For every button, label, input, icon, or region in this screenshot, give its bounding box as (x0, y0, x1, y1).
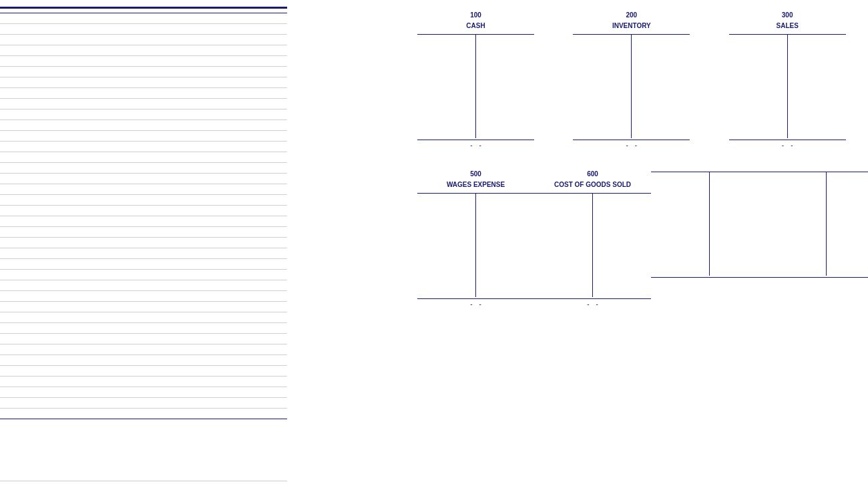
table-row (0, 206, 287, 216)
t-accounts-row1: 100CASH--200INVENTORY--300SALES--400WAGE… (300, 10, 868, 149)
t-totals: -- (729, 140, 846, 149)
table-row (0, 109, 287, 120)
t-account-header: 100CASH (466, 10, 485, 31)
table-row (0, 334, 287, 344)
col-gl (0, 9, 28, 13)
table-row (0, 409, 287, 419)
t-account-header: 600COST OF GOODS SOLD (554, 169, 631, 190)
table-row (0, 344, 287, 355)
table-row (0, 45, 287, 56)
table-row (0, 238, 287, 248)
t-debit-total: - (573, 140, 632, 149)
t-credit-total (827, 277, 869, 279)
t-account: 100CASH-- (417, 10, 534, 149)
t-debit-total: - (729, 140, 788, 149)
table-row (0, 56, 287, 67)
t-debit-total: - (417, 298, 476, 308)
table-row (0, 312, 287, 323)
t-totals: -- (534, 298, 651, 308)
t-shape (417, 34, 534, 138)
t-account-gl-desc: INVENTORY (612, 21, 651, 31)
t-debit-side (768, 172, 827, 276)
t-account-header: 500WAGES EXPENSE (447, 169, 505, 190)
table-row (0, 152, 287, 163)
table-row (0, 13, 287, 24)
table-row (0, 67, 287, 77)
t-debit-side (573, 35, 632, 138)
table-row (0, 398, 287, 409)
t-credit-side (788, 35, 846, 138)
table-row (0, 377, 287, 387)
col-reference (224, 9, 287, 13)
table-row (0, 184, 287, 195)
t-shape (729, 34, 846, 138)
table-row (0, 88, 287, 99)
table-row (0, 270, 287, 280)
table-row (0, 195, 287, 206)
t-account-header: 200INVENTORY (612, 10, 651, 31)
t-credit-side (827, 172, 868, 276)
t-account-gl-desc: COST OF GOODS SOLD (554, 180, 631, 190)
t-account: 200INVENTORY-- (573, 10, 690, 149)
table-row (0, 366, 287, 377)
t-shape (534, 193, 651, 297)
t-credit-total: - (476, 140, 535, 149)
table-row (0, 131, 287, 142)
t-credit-side (476, 194, 534, 297)
table-row (0, 355, 287, 366)
t-account: 600COST OF GOODS SOLD-- (534, 169, 651, 308)
t-credit-side (476, 35, 534, 138)
t-account-gl-number: 600 (554, 169, 631, 180)
t-account-gl-number: 100 (466, 10, 485, 21)
t-credit-side (632, 35, 690, 138)
table-row (0, 280, 287, 291)
t-account-gl-number: 500 (447, 169, 505, 180)
t-credit-total: - (476, 298, 535, 308)
table-row (0, 163, 287, 174)
t-account (651, 169, 768, 308)
t-account-gl-number: 200 (612, 10, 651, 21)
col-credit (172, 9, 224, 13)
t-debit-total (651, 277, 710, 279)
t-credit-side (710, 172, 768, 276)
t-credit-total (710, 277, 769, 279)
t-accounts-area: 100CASH--200INVENTORY--300SALES--400WAGE… (287, 7, 868, 481)
table-row (0, 248, 287, 259)
table-row (0, 35, 287, 45)
t-accounts-row2: 500WAGES EXPENSE--600COST OF GOODS SOLD-… (300, 169, 868, 308)
t-account-gl-desc: CASH (466, 21, 485, 31)
t-debit-total: - (534, 298, 593, 308)
table-row (0, 174, 287, 184)
t-account-header: 300SALES (776, 10, 798, 31)
table-row (0, 323, 287, 334)
t-debit-side (729, 35, 788, 138)
table-row (0, 259, 287, 270)
table-row (0, 24, 287, 35)
t-account: 500WAGES EXPENSE-- (417, 169, 534, 308)
col-description (28, 9, 119, 13)
t-shape (768, 172, 868, 276)
t-account (768, 169, 868, 308)
table-row (0, 302, 287, 312)
t-debit-total: - (417, 140, 476, 149)
t-account: 300SALES-- (729, 10, 846, 149)
t-totals (651, 277, 768, 279)
t-debit-side (651, 172, 710, 276)
t-credit-total: - (632, 140, 690, 149)
t-debit-side (534, 194, 593, 297)
t-account-gl-number: 300 (776, 10, 798, 21)
table-row (0, 227, 287, 238)
table-row (0, 216, 287, 227)
t-totals (768, 277, 868, 279)
col-debit (119, 9, 172, 13)
table-row (0, 99, 287, 109)
table-row (0, 142, 287, 152)
t-account-gl-desc: WAGES EXPENSE (447, 180, 505, 190)
t-shape (417, 193, 534, 297)
t-totals: -- (573, 140, 690, 149)
table-row (0, 291, 287, 302)
page-container: 100CASH--200INVENTORY--300SALES--400WAGE… (0, 0, 868, 488)
table-row (0, 387, 287, 398)
gl-header-block (300, 10, 417, 149)
t-totals: -- (417, 298, 534, 308)
